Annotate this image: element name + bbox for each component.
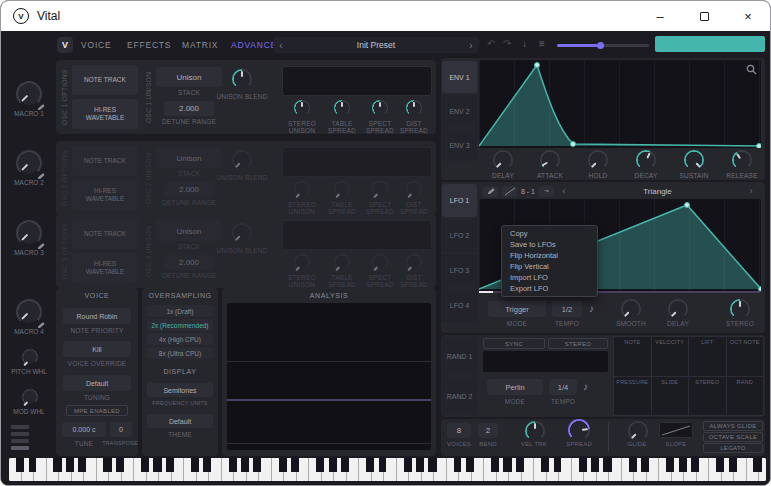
tab-matrix[interactable]: MATRIX bbox=[182, 40, 218, 50]
volume-slider[interactable] bbox=[557, 44, 649, 47]
maximize-button[interactable] bbox=[682, 1, 726, 31]
rand-sync-button[interactable]: SYNC bbox=[483, 338, 545, 349]
mod-source-lift[interactable]: LIFT bbox=[689, 337, 726, 376]
osc-2-stack-dropdown[interactable]: Unison bbox=[156, 148, 222, 168]
black-keys[interactable] bbox=[9, 458, 766, 472]
lfo-shape-name[interactable]: Triangle bbox=[570, 187, 745, 196]
osc-2-spect-spread-knob[interactable] bbox=[372, 181, 388, 197]
mod-wheel-knob[interactable] bbox=[22, 389, 38, 405]
osc-2-detune-range-value[interactable]: 2.000 bbox=[164, 182, 214, 197]
menu-item-copy[interactable]: Copy bbox=[502, 228, 597, 239]
close-button[interactable]: × bbox=[726, 1, 770, 31]
note-priority-dropdown[interactable]: Round Robin bbox=[63, 308, 131, 324]
env-release-knob[interactable] bbox=[732, 150, 752, 170]
osc-2-hires-wavetable-button[interactable]: HI-RES WAVETABLE bbox=[72, 180, 138, 210]
tab-lfo-3[interactable]: LFO 3 bbox=[442, 254, 477, 287]
osc-2-wavetable-display[interactable] bbox=[282, 147, 432, 177]
osc-3-dist-spread-knob[interactable] bbox=[406, 254, 422, 270]
osc-3-spect-spread-knob[interactable] bbox=[372, 254, 388, 270]
rand-sync-note-icon[interactable]: ♪ bbox=[583, 381, 588, 392]
envelope-display[interactable] bbox=[479, 60, 761, 148]
osc-3-detune-range-value[interactable]: 2.000 bbox=[164, 255, 214, 270]
menu-icon[interactable]: ≡ bbox=[539, 38, 545, 49]
oversampling-option-8x[interactable]: 8x (Ultra CPU) bbox=[147, 347, 213, 359]
macro-1-knob[interactable] bbox=[16, 81, 42, 107]
osc-3-table-spread-knob[interactable] bbox=[334, 254, 350, 270]
osc-1-hires-wavetable-button[interactable]: HI-RES WAVETABLE bbox=[72, 99, 138, 129]
osc-1-table-spread-knob[interactable] bbox=[334, 100, 350, 116]
glide-knob[interactable] bbox=[628, 421, 648, 441]
tab-env-2[interactable]: ENV 2 bbox=[442, 95, 477, 127]
pitch-wheel-knob[interactable] bbox=[22, 349, 38, 365]
tab-rand-1[interactable]: RAND 1 bbox=[442, 337, 477, 375]
osc-1-unison-blend-knob[interactable] bbox=[232, 69, 252, 89]
lfo-phase-marker[interactable] bbox=[479, 291, 493, 293]
tune-value[interactable]: 0.000 c bbox=[62, 422, 106, 437]
preset-next-icon[interactable]: › bbox=[463, 40, 479, 51]
lfo-grid-stepper[interactable]: 8 - 1 bbox=[521, 188, 535, 195]
osc-1-stack-dropdown[interactable]: Unison bbox=[156, 67, 222, 87]
osc-3-stack-dropdown[interactable]: Unison bbox=[156, 221, 222, 241]
lfo-tempo-value[interactable]: 1/2 bbox=[552, 301, 582, 317]
osc-3-stereo-unison-knob[interactable] bbox=[294, 254, 310, 270]
mod-source-rand[interactable]: RAND bbox=[727, 377, 764, 416]
env-decay-knob[interactable] bbox=[636, 150, 656, 170]
macro-4-knob[interactable] bbox=[16, 299, 42, 325]
bend-value[interactable]: 2 bbox=[478, 423, 498, 438]
save-icon[interactable]: ↓ bbox=[522, 38, 527, 49]
voice-override-dropdown[interactable]: Kill bbox=[63, 341, 131, 357]
macro-2-knob[interactable] bbox=[16, 150, 42, 176]
osc-1-wavetable-display[interactable] bbox=[282, 66, 432, 96]
env-sustain-knob[interactable] bbox=[684, 150, 704, 170]
tab-rand-2[interactable]: RAND 2 bbox=[442, 377, 477, 415]
osc-1-spect-spread-knob[interactable] bbox=[372, 100, 388, 116]
lfo-mode-dropdown[interactable]: Trigger bbox=[488, 301, 546, 317]
menu-item-flip-vertical[interactable]: Flip Vertical bbox=[502, 261, 597, 272]
osc-1-detune-range-value[interactable]: 2.000 bbox=[164, 101, 214, 116]
legato-button[interactable]: LEGATO bbox=[703, 443, 763, 453]
voices-value[interactable]: 8 bbox=[447, 423, 471, 438]
vital-nav-logo-icon[interactable]: V bbox=[57, 37, 73, 53]
always-glide-button[interactable]: ALWAYS GLIDE bbox=[703, 421, 763, 431]
mod-source-pressure[interactable]: PRESSURE bbox=[614, 377, 651, 416]
octave-selector-icon[interactable] bbox=[11, 425, 29, 453]
analysis-display[interactable] bbox=[227, 303, 431, 450]
frequency-units-dropdown[interactable]: Semitones bbox=[147, 383, 213, 397]
tab-lfo-2[interactable]: LFO 2 bbox=[442, 219, 477, 252]
mod-source-stereo[interactable]: STEREO bbox=[689, 377, 726, 416]
tab-effects[interactable]: EFFECTS bbox=[127, 40, 171, 50]
mod-source-oct-note[interactable]: OCT NOTE bbox=[727, 337, 764, 376]
piano-keyboard[interactable] bbox=[9, 458, 766, 481]
tab-lfo-4[interactable]: LFO 4 bbox=[442, 289, 477, 322]
osc-3-unison-blend-knob[interactable] bbox=[232, 223, 252, 243]
menu-item-save-to-lfos[interactable]: Save to LFOs bbox=[502, 239, 597, 250]
rand-1-display[interactable] bbox=[483, 351, 608, 372]
osc-2-unison-blend-knob[interactable] bbox=[232, 150, 252, 170]
osc-2-dist-spread-knob[interactable] bbox=[406, 181, 422, 197]
osc-1-note-track-button[interactable]: NOTE TRACK bbox=[72, 65, 138, 95]
env-delay-knob[interactable] bbox=[493, 150, 513, 170]
env-hold-knob[interactable] bbox=[588, 150, 608, 170]
osc-2-note-track-button[interactable]: NOTE TRACK bbox=[72, 146, 138, 176]
undo-icon[interactable]: ↶ bbox=[487, 38, 495, 49]
minimize-button[interactable]: – bbox=[638, 1, 682, 31]
tuning-dropdown[interactable]: Default bbox=[63, 375, 131, 391]
transpose-value[interactable]: 0 bbox=[110, 422, 132, 437]
octave-scale-button[interactable]: OCTAVE SCALE bbox=[703, 432, 763, 442]
oversampling-option-1x[interactable]: 1x (Draft) bbox=[147, 305, 213, 317]
shape-prev-icon[interactable]: ‹ bbox=[558, 186, 570, 196]
lfo-ramp-icon[interactable] bbox=[502, 186, 517, 197]
lfo-paint-icon[interactable] bbox=[483, 186, 498, 197]
lfo-delay-knob[interactable] bbox=[668, 299, 688, 319]
tab-voice[interactable]: VOICE bbox=[81, 40, 111, 50]
osc-3-wavetable-display[interactable] bbox=[282, 220, 432, 250]
osc-2-table-spread-knob[interactable] bbox=[334, 181, 350, 197]
spread-knob[interactable] bbox=[568, 419, 590, 441]
oversampling-option-2x[interactable]: 2x (Recommended) bbox=[147, 319, 213, 331]
macro-3-knob[interactable] bbox=[16, 220, 42, 246]
menu-item-flip-horizontal[interactable]: Flip Horizontal bbox=[502, 250, 597, 261]
preset-prev-icon[interactable]: ‹ bbox=[273, 40, 289, 51]
volume-handle[interactable] bbox=[597, 42, 604, 49]
osc-1-stereo-unison-knob[interactable] bbox=[294, 100, 310, 116]
menu-item-export-lfo[interactable]: Export LFO bbox=[502, 283, 597, 294]
